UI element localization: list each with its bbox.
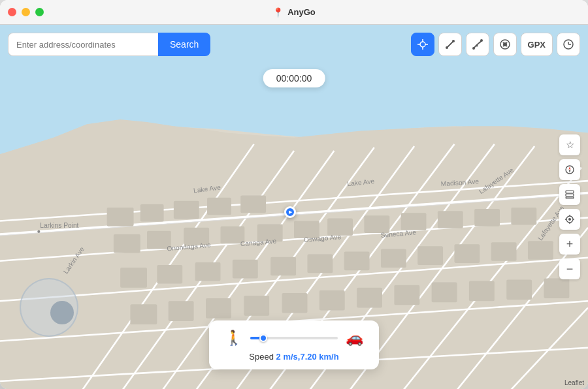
toolbar-right: GPX xyxy=(411,33,580,56)
gpx-label: GPX xyxy=(528,40,546,50)
svg-rect-35 xyxy=(438,211,463,228)
top-bar: Search xyxy=(8,33,580,56)
layers-icon xyxy=(564,189,575,200)
compass-icon xyxy=(564,164,575,175)
joystick-control[interactable] xyxy=(20,278,78,337)
search-button[interactable]: Search xyxy=(158,33,210,56)
search-input[interactable] xyxy=(8,33,158,56)
svg-point-73 xyxy=(37,230,40,233)
joystick-mode-button[interactable] xyxy=(493,33,517,56)
svg-rect-37 xyxy=(511,208,536,225)
maximize-button[interactable] xyxy=(35,8,44,16)
svg-rect-41 xyxy=(233,260,258,279)
svg-rect-55 xyxy=(319,290,345,311)
svg-rect-40 xyxy=(195,262,221,281)
app-window: 📍 AnyGo xyxy=(0,0,588,389)
svg-rect-43 xyxy=(307,255,333,273)
joystick-mode-icon xyxy=(499,39,511,50)
svg-rect-50 xyxy=(130,304,157,324)
svg-rect-52 xyxy=(206,298,231,319)
svg-rect-53 xyxy=(244,296,269,316)
svg-rect-21 xyxy=(107,208,134,226)
svg-marker-95 xyxy=(569,170,571,173)
svg-rect-45 xyxy=(381,249,406,268)
svg-rect-96 xyxy=(566,191,574,193)
svg-rect-58 xyxy=(432,283,457,303)
star-button[interactable]: ☆ xyxy=(559,134,580,155)
svg-rect-38 xyxy=(120,268,147,288)
multi-route-button[interactable] xyxy=(466,33,489,56)
speed-slider-track[interactable] xyxy=(250,337,338,339)
compass-button[interactable] xyxy=(559,159,580,180)
current-location-button[interactable] xyxy=(559,209,580,230)
star-icon: ☆ xyxy=(566,139,574,151)
svg-rect-26 xyxy=(114,234,140,253)
speed-slider-thumb xyxy=(259,334,267,342)
svg-rect-34 xyxy=(401,213,427,230)
right-sidebar: ☆ xyxy=(559,134,580,279)
zoom-out-icon: − xyxy=(566,262,574,276)
svg-point-81 xyxy=(472,47,475,50)
speed-icons-row: 🚶 🚗 xyxy=(225,330,363,347)
single-route-icon xyxy=(444,39,456,50)
svg-rect-46 xyxy=(417,246,443,265)
svg-rect-51 xyxy=(169,301,194,321)
svg-rect-42 xyxy=(270,257,296,276)
map-container[interactable]: Lake Ave Lake Ave Onondaga Ave Canaga Av… xyxy=(0,25,588,389)
svg-point-88 xyxy=(502,46,504,47)
app-title: AnyGo xyxy=(287,7,316,17)
svg-point-82 xyxy=(476,45,478,47)
teleport-button[interactable] xyxy=(411,33,434,56)
svg-point-100 xyxy=(568,218,571,221)
multi-route-icon xyxy=(472,39,483,50)
svg-rect-97 xyxy=(566,194,574,196)
svg-rect-49 xyxy=(528,241,553,260)
svg-marker-94 xyxy=(569,166,571,170)
zoom-in-button[interactable]: + xyxy=(559,234,580,255)
app-pin-icon: 📍 xyxy=(272,7,284,18)
svg-text:Larkins Point: Larkins Point xyxy=(40,222,78,229)
gpx-button[interactable]: GPX xyxy=(521,33,553,56)
car-icon: 🚗 xyxy=(346,330,363,347)
svg-point-89 xyxy=(506,46,507,47)
svg-rect-23 xyxy=(174,201,199,219)
svg-rect-54 xyxy=(282,293,308,313)
svg-point-87 xyxy=(506,42,507,44)
traffic-lights xyxy=(8,8,44,16)
svg-rect-61 xyxy=(544,278,570,298)
zoom-out-button[interactable]: − xyxy=(559,258,580,279)
svg-point-86 xyxy=(502,42,504,44)
location-marker xyxy=(284,206,296,218)
svg-point-80 xyxy=(452,40,455,42)
svg-rect-33 xyxy=(364,215,389,233)
history-button[interactable] xyxy=(557,33,580,56)
svg-rect-24 xyxy=(207,198,231,215)
zoom-in-icon: + xyxy=(566,238,574,251)
current-location-icon xyxy=(564,214,575,225)
history-icon xyxy=(563,39,574,50)
svg-rect-60 xyxy=(506,279,532,300)
svg-rect-36 xyxy=(474,209,500,226)
svg-rect-47 xyxy=(454,244,480,263)
single-route-button[interactable] xyxy=(438,33,462,56)
svg-rect-39 xyxy=(157,265,182,284)
svg-rect-44 xyxy=(344,252,370,271)
svg-rect-98 xyxy=(566,197,574,198)
svg-rect-57 xyxy=(394,285,419,305)
svg-point-79 xyxy=(446,46,448,49)
speed-panel: 🚶 🚗 Speed 2 m/s,7.20 km/h xyxy=(209,320,379,369)
crosshair-icon xyxy=(417,39,429,50)
minimize-button[interactable] xyxy=(22,8,30,16)
speed-value: 2 m/s,7.20 km/h xyxy=(276,352,339,362)
close-button[interactable] xyxy=(8,8,16,16)
svg-rect-48 xyxy=(491,242,517,261)
svg-point-83 xyxy=(480,39,483,42)
svg-rect-25 xyxy=(240,196,266,213)
layers-button[interactable] xyxy=(559,184,580,205)
timer-display: 00:00:00 xyxy=(263,69,325,87)
title-area: 📍 AnyGo xyxy=(272,7,316,18)
titlebar: 📍 AnyGo xyxy=(0,0,588,25)
svg-point-74 xyxy=(420,42,425,47)
speed-display: Speed 2 m/s,7.20 km/h xyxy=(249,352,338,362)
joystick-knob xyxy=(50,301,74,324)
